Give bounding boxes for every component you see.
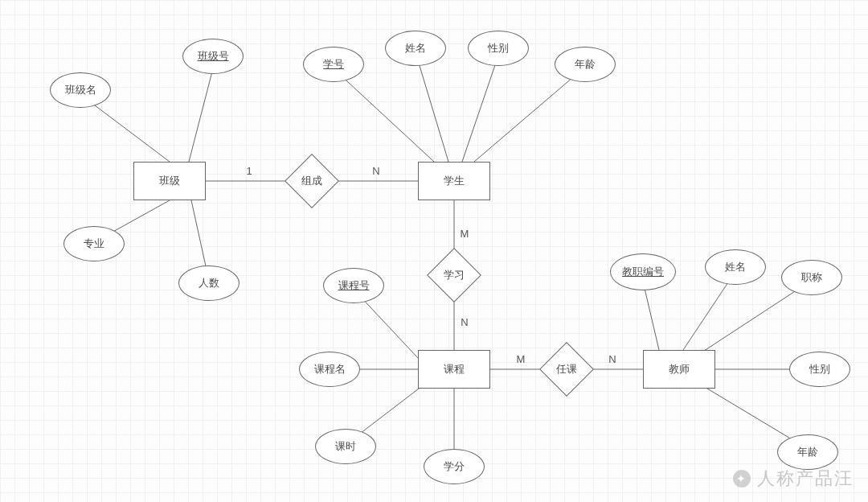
entity-course-label: 课程 <box>444 362 465 376</box>
svg-line-7 <box>338 72 434 162</box>
card-teach-right: N <box>608 353 616 365</box>
attr-course-credit: 学分 <box>424 449 485 484</box>
attr-student-name: 姓名 <box>385 31 446 66</box>
svg-line-4 <box>189 68 213 162</box>
entity-student-label: 学生 <box>444 174 465 188</box>
rel-teach: 任课 <box>541 344 592 395</box>
attr-course-hours-label: 课时 <box>335 439 356 454</box>
attr-class-id: 班级号 <box>182 39 244 74</box>
entity-student: 学生 <box>418 162 490 200</box>
watermark: ✦ 人称产品汪 <box>733 467 854 491</box>
card-teach-left: M <box>517 353 526 365</box>
attr-student-id-label: 学号 <box>323 57 344 72</box>
attr-class-id-label: 班级号 <box>198 49 229 64</box>
attr-class-name-label: 班级名 <box>65 83 96 97</box>
svg-line-10 <box>474 72 579 162</box>
attr-class-major-label: 专业 <box>84 237 104 251</box>
wechat-icon: ✦ <box>733 470 751 488</box>
svg-line-17 <box>699 286 804 354</box>
attr-student-gender: 性别 <box>468 31 529 66</box>
svg-line-8 <box>418 60 448 162</box>
svg-line-9 <box>462 60 497 162</box>
attr-student-id: 学号 <box>303 47 364 82</box>
attr-course-name-label: 课程名 <box>314 362 346 376</box>
svg-line-11 <box>358 294 418 358</box>
attr-student-age: 年龄 <box>555 47 616 82</box>
attr-student-gender-label: 性别 <box>488 41 509 56</box>
attr-teacher-gender-label: 性别 <box>809 362 830 376</box>
attr-teacher-name-label: 姓名 <box>725 260 746 274</box>
attr-student-age-label: 年龄 <box>575 57 596 72</box>
attr-class-count-label: 人数 <box>199 276 219 290</box>
rel-study: 学习 <box>428 249 480 301</box>
entity-teacher: 教师 <box>643 350 715 389</box>
entity-teacher-label: 教师 <box>669 362 690 376</box>
attr-teacher-age: 年龄 <box>777 434 838 470</box>
card-study-bottom: N <box>461 316 468 328</box>
entity-class: 班级 <box>133 162 206 200</box>
attr-teacher-name: 姓名 <box>705 249 766 285</box>
attr-teacher-id-label: 教职编号 <box>622 265 664 279</box>
attr-teacher-title-label: 职称 <box>801 270 822 285</box>
rel-study-label: 学习 <box>444 268 465 282</box>
rel-teach-label: 任课 <box>556 362 577 376</box>
svg-line-13 <box>354 386 422 438</box>
attr-course-name: 课程名 <box>299 352 360 387</box>
rel-compose-label: 组成 <box>301 174 322 188</box>
attr-course-id: 课程号 <box>323 268 384 303</box>
attr-class-count: 人数 <box>178 265 240 301</box>
attr-teacher-age-label: 年龄 <box>797 445 818 459</box>
attr-teacher-gender: 性别 <box>789 352 850 387</box>
entity-class-label: 班级 <box>159 174 180 188</box>
svg-line-6 <box>191 200 207 274</box>
attr-course-hours: 课时 <box>315 429 376 464</box>
svg-line-3 <box>88 101 170 162</box>
attr-course-id-label: 课程号 <box>338 278 370 293</box>
rel-compose: 组成 <box>286 155 338 207</box>
attr-teacher-title: 职称 <box>781 260 842 295</box>
attr-teacher-id: 教职编号 <box>610 253 676 290</box>
card-compose-left: 1 <box>246 165 252 177</box>
attr-student-name-label: 姓名 <box>405 41 426 56</box>
entity-course: 课程 <box>418 350 490 389</box>
card-study-top: M <box>461 228 469 240</box>
watermark-text: 人称产品汪 <box>757 467 854 491</box>
attr-class-name: 班级名 <box>50 72 111 108</box>
svg-line-15 <box>643 282 659 350</box>
svg-line-16 <box>683 278 731 350</box>
attr-course-credit-label: 学分 <box>444 459 465 474</box>
card-compose-right: N <box>372 165 379 177</box>
attr-class-major: 专业 <box>63 226 125 261</box>
